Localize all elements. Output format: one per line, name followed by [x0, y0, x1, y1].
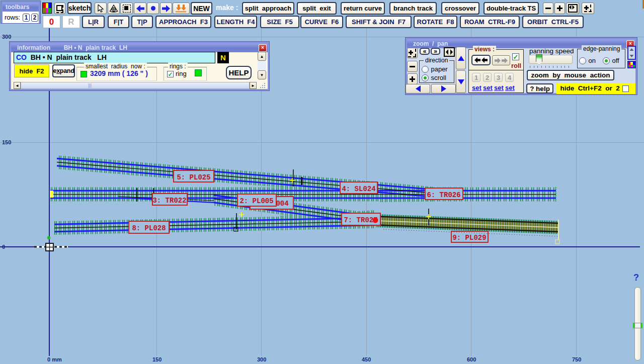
svg-text:150: 150 — [2, 139, 11, 145]
svg-text:6: TR026: 6: TR026 — [427, 191, 460, 199]
svg-text:0: 0 — [2, 244, 5, 250]
svg-text:9: PL029: 9: PL029 — [452, 234, 486, 242]
svg-text:300: 300 — [2, 34, 11, 40]
svg-text:4: SL024: 4: SL024 — [342, 185, 375, 193]
svg-text:5: PL025: 5: PL025 — [177, 173, 210, 181]
svg-text:300: 300 — [257, 356, 266, 362]
svg-text:600: 600 — [467, 356, 476, 362]
svg-text:450: 450 — [362, 356, 371, 362]
svg-text:0 mm: 0 mm — [47, 356, 62, 362]
svg-text:750: 750 — [572, 356, 581, 362]
svg-text:2: PL005: 2: PL005 — [239, 197, 273, 205]
svg-text:8: PL028: 8: PL028 — [132, 224, 166, 232]
svg-text:3: TR022: 3: TR022 — [152, 197, 186, 205]
svg-text:150: 150 — [152, 356, 162, 362]
